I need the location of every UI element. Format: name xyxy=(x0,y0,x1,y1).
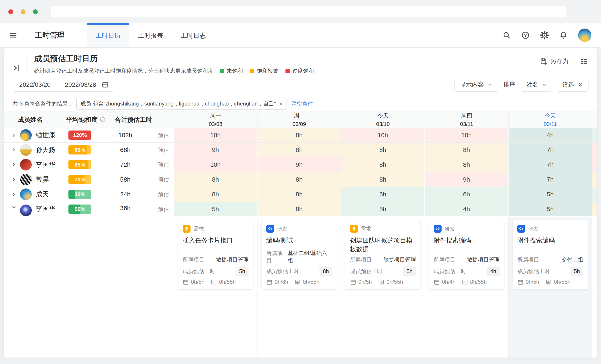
hours-cell[interactable]: 8h xyxy=(341,157,425,172)
member-name[interactable]: 锺世康 xyxy=(36,131,69,139)
empty-day-column xyxy=(258,295,341,357)
estimate-row-label: 预估 xyxy=(153,128,174,142)
saturation-badge: 120% xyxy=(69,131,91,140)
hours-cell[interactable]: 7h xyxy=(509,157,592,172)
hours-cell-partial xyxy=(592,202,597,216)
hours-cell[interactable]: 8h xyxy=(174,187,258,201)
day-header-partial xyxy=(592,112,597,128)
hours-cell[interactable]: 8h xyxy=(425,143,509,157)
member-name[interactable]: 李国华 xyxy=(36,160,69,169)
task-cards-row: 需求插入任务卡片接口所属项目敏捷项目管理成员预估工时5h0h/5h0h/55h研… xyxy=(153,217,597,295)
expand-row-icon[interactable] xyxy=(11,147,20,153)
estimate-row-label: 预估 xyxy=(153,172,174,187)
task-card[interactable]: 需求创建团队时候的项目模板数据所属项目敏捷项目管理成员预估工时5h0h/5h0h… xyxy=(345,220,421,290)
nav-tab[interactable]: 工时日历 xyxy=(87,23,129,47)
sort-dropdown[interactable]: 姓名 xyxy=(521,78,552,92)
hours-cell[interactable]: 8h xyxy=(258,143,341,157)
hours-cell[interactable]: 9h xyxy=(258,157,341,172)
hours-cell[interactable]: 7h xyxy=(509,172,592,187)
member-name[interactable]: 常昊 xyxy=(36,175,69,184)
collapse-row-icon[interactable] xyxy=(11,204,20,210)
hours-cell[interactable]: 8h xyxy=(258,187,341,201)
hours-cell[interactable]: 8h xyxy=(174,172,258,187)
task-title[interactable]: 插入任务卡片接口 xyxy=(183,236,249,245)
task-card[interactable]: 研发附件搜索编码所属项目敏捷项目管理成员预估工时4h0h/4h0h/55h xyxy=(429,220,504,290)
task-title[interactable]: 创建团队时候的项目模板数据 xyxy=(350,236,416,253)
hamburger-menu-icon[interactable] xyxy=(9,31,17,39)
help-icon[interactable]: ? xyxy=(521,31,530,39)
list-view-icon[interactable] xyxy=(580,57,589,66)
date-label: 03/11 xyxy=(544,121,557,127)
filter-condition-chip[interactable]: 成员 包含“zhongshikang，suntianyang，liguohua，… xyxy=(76,98,287,110)
task-title[interactable]: 附件搜索编码 xyxy=(434,236,500,245)
total-hours-stat: 0h/55h xyxy=(294,279,320,285)
hours-cell[interactable]: 9h xyxy=(174,143,258,157)
hours-cell[interactable]: 8h xyxy=(341,172,425,187)
date-range-picker[interactable]: 2022/03/20 – 2022/03/28 xyxy=(13,78,114,92)
hours-cell[interactable]: 8h xyxy=(258,128,341,142)
member-cell: 常昊70%58h xyxy=(4,172,153,187)
page-title: 成员预估工时日历 xyxy=(34,53,314,64)
hours-cell[interactable]: 8h xyxy=(258,172,341,187)
display-content-dropdown[interactable]: 显示内容 xyxy=(454,78,498,92)
expand-row-icon[interactable] xyxy=(11,162,20,168)
collapse-sidebar-icon[interactable] xyxy=(12,58,20,78)
schedule-stat: 0h/5h xyxy=(183,279,204,285)
chip-close-icon[interactable]: × xyxy=(279,101,283,107)
project-value: 基础二组/基础六组 xyxy=(288,249,332,264)
expand-row-icon[interactable] xyxy=(11,177,20,182)
nav-tab[interactable]: 工时日志 xyxy=(172,23,215,47)
task-card[interactable]: 需求插入任务卡片接口所属项目敏捷项目管理成员预估工时5h0h/5h0h/55h xyxy=(178,220,253,290)
task-card[interactable]: 研发附件搜索编码所属项目交付二组成员预估工时5h0h/5h0h/55h xyxy=(512,220,588,290)
hours-cell[interactable]: 10h xyxy=(174,128,258,142)
hours-cell[interactable]: 10h xyxy=(341,128,425,142)
hours-cell[interactable]: 5h xyxy=(174,202,258,216)
date-label: 03/11 xyxy=(460,121,473,127)
clear-filters-link[interactable]: 清空条件 xyxy=(291,100,313,107)
hours-cell[interactable]: 5h xyxy=(341,202,425,216)
double-chevron-down-icon xyxy=(577,82,583,87)
hours-cell[interactable]: 6h xyxy=(425,187,509,201)
expand-row-icon[interactable] xyxy=(11,192,20,197)
hours-cell[interactable]: 8h xyxy=(341,143,425,157)
address-bar[interactable] xyxy=(51,6,566,17)
member-name[interactable]: 成天 xyxy=(36,190,69,199)
column-member-name: 成员姓名 xyxy=(18,115,66,124)
hours-cell[interactable]: 6h xyxy=(341,187,425,201)
notifications-bell-icon[interactable] xyxy=(559,31,568,39)
hours-cell[interactable]: 5h xyxy=(509,202,592,216)
close-window-button[interactable] xyxy=(8,10,13,14)
member-name[interactable]: 李国华 xyxy=(36,204,69,213)
minimize-window-button[interactable] xyxy=(21,10,25,14)
hours-cell[interactable]: 8h xyxy=(258,202,341,216)
estimate-row-label: 预估 xyxy=(153,187,174,201)
hours-cell[interactable]: 7h xyxy=(509,143,592,157)
task-title[interactable]: 附件搜索编码 xyxy=(517,236,583,245)
saturation-badge: 70% xyxy=(69,175,91,184)
saturation-badge: 30% xyxy=(69,190,91,199)
hours-cell[interactable]: 4h xyxy=(425,202,509,216)
task-title[interactable]: 编码/测试 xyxy=(266,236,332,245)
weekday-label: 今天 xyxy=(545,112,556,119)
hours-cell[interactable]: 10h xyxy=(174,157,258,172)
expand-row-icon[interactable] xyxy=(11,132,20,138)
hours-cell[interactable]: 4h xyxy=(509,128,592,142)
user-avatar[interactable] xyxy=(578,29,591,42)
help-circle-icon[interactable]: ? xyxy=(100,116,106,123)
project-label: 所属项目 xyxy=(266,249,288,264)
search-icon[interactable] xyxy=(502,31,511,39)
day-card-column: 研发附件搜索编码所属项目敏捷项目管理成员预估工时4h0h/4h0h/55h xyxy=(425,217,509,295)
hours-cell[interactable]: 5h xyxy=(509,187,592,201)
hours-cell[interactable]: 9h xyxy=(425,172,509,187)
calendar-icon xyxy=(434,279,440,285)
member-name[interactable]: 孙天扬 xyxy=(36,145,69,154)
nav-tab[interactable]: 工时报表 xyxy=(129,23,172,47)
save-as-button[interactable]: 另存为 xyxy=(540,57,569,66)
settings-gear-icon[interactable] xyxy=(540,31,549,40)
maximize-window-button[interactable] xyxy=(33,10,38,14)
estimate-value: 5h xyxy=(403,267,416,276)
hours-cell[interactable]: 8h xyxy=(425,157,509,172)
task-card[interactable]: 研发编码/测试所属项目基础二组/基础六组成员预估工时8h0h/8h0h/55h xyxy=(261,220,337,290)
hours-cell[interactable]: 10h xyxy=(425,128,509,142)
filter-button[interactable]: 筛选 xyxy=(557,78,589,92)
